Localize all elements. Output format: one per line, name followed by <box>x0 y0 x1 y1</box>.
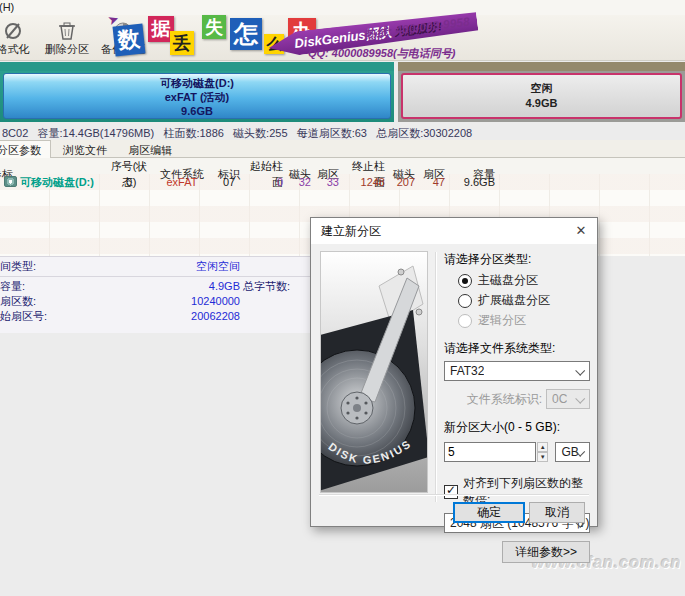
partition-size: 9.6GB <box>4 104 390 118</box>
radio-primary-partition[interactable]: 主磁盘分区 <box>458 273 590 288</box>
table-header-row: 卷标 序号(状态) 文件系统 标识 起始柱面 磁头 扇区 终止柱面 磁头 扇区 … <box>0 158 685 174</box>
trash-icon <box>40 18 94 42</box>
menu-bar[interactable]: 帮助(H) <box>0 0 685 15</box>
delete-partition-button[interactable]: 删除分区 <box>40 18 94 57</box>
ad-qq: QQ: 4000089958(与电话同号) <box>308 46 455 61</box>
disk-map-partition-container: 可移动磁盘(D:) exFAT (活动) 9.6GB <box>0 62 394 122</box>
space-type-value: 空闲空间 <box>140 257 240 275</box>
footer-separator <box>319 494 589 496</box>
menu-item-help[interactable]: 帮助(H) <box>0 0 14 15</box>
size-spinner[interactable]: ▲ ▼ <box>537 442 548 462</box>
radio-extended-partition[interactable]: 扩展磁盘分区 <box>458 293 590 308</box>
disk-photo: DISK GENIUS <box>320 251 428 493</box>
row-capacity: 9.6GB <box>449 174 499 190</box>
row-seq: 0 <box>105 174 153 190</box>
free-space-size: 4.9GB <box>403 96 680 111</box>
fs-type-label: 请选择文件系统类型: <box>444 340 590 357</box>
tab-bar: 分区参数 浏览文件 扇区编辑 <box>0 140 685 158</box>
delete-partition-label: 删除分区 <box>45 43 89 55</box>
start-sector-label: 起始扇区号: <box>0 309 47 324</box>
partition-name: 可移动磁盘(D:) <box>4 76 390 90</box>
row-end-head: 207 <box>389 174 419 190</box>
total-bytes-label: 总字节数: <box>243 279 290 294</box>
partition-fs: exFAT (活动) <box>4 90 390 104</box>
slogan-tile: 数 <box>113 24 146 57</box>
spin-down-icon[interactable]: ▼ <box>537 452 548 462</box>
radio-extended-label: 扩展磁盘分区 <box>478 292 550 309</box>
row-volume: 可移动磁盘(D:) <box>20 176 94 188</box>
capacity-value: 4.9GB <box>140 279 240 294</box>
sector-count-label: 总扇区数: <box>0 294 36 309</box>
spin-up-icon[interactable]: ▲ <box>537 442 548 452</box>
radio-logical-partition: 逻辑分区 <box>458 313 590 328</box>
ok-button[interactable]: 确定 <box>453 502 525 523</box>
row-start-head: 32 <box>287 174 315 190</box>
partition-block-d[interactable]: 可移动磁盘(D:) exFAT (活动) 9.6GB <box>3 73 391 119</box>
dialog-title: 建立新分区 <box>321 224 381 238</box>
fs-id-label: 文件系统标识: <box>467 391 542 408</box>
chevron-down-icon <box>575 394 585 404</box>
radio-button-icon[interactable] <box>458 294 472 308</box>
diskgenius-window: 帮助(H) 格式化 删除分区 备份分区 ➤ 数 据 丢 失 <box>0 0 685 596</box>
close-icon[interactable]: ✕ <box>565 218 597 244</box>
partition-type-label: 请选择分区类型: <box>444 251 590 268</box>
size-unit-combobox[interactable]: GB <box>555 442 590 462</box>
fs-type-value: FAT32 <box>450 364 484 378</box>
radio-button-icon[interactable] <box>458 274 472 288</box>
row-end-cyl: 1248 <box>343 174 389 190</box>
free-space-name: 空闲 <box>403 81 680 96</box>
slogan-tile: 失 <box>202 15 226 39</box>
format-button[interactable]: 格式化 <box>0 18 40 57</box>
disk-status-line: 8C02 容量:14.4GB(14796MB) 柱面数:1886 磁头数:255… <box>2 126 685 140</box>
cancel-button[interactable]: 取消 <box>529 502 585 523</box>
new-partition-dialog: 建立新分区 ✕ <box>310 217 598 527</box>
dialog-title-bar[interactable]: 建立新分区 ✕ <box>311 218 597 244</box>
detail-params-button[interactable]: 详细参数>> <box>502 541 590 563</box>
table-row[interactable]: 可移动磁盘(D:) 0 exFAT 07 0 32 33 1248 207 47… <box>0 174 685 190</box>
ad-hotline: 热线: 400-008-9958 <box>363 14 470 44</box>
slogan-tile: 怎 <box>230 18 262 50</box>
fs-type-combobox[interactable]: FAT32 <box>444 361 590 381</box>
dialog-separator <box>435 252 437 502</box>
size-input[interactable] <box>444 442 536 462</box>
radio-logical-label: 逻辑分区 <box>478 312 526 329</box>
chevron-down-icon <box>575 366 585 376</box>
row-end-sec: 47 <box>419 174 449 190</box>
row-fs: exFAT <box>153 174 211 190</box>
space-type-label: 空间类型: <box>0 257 36 275</box>
free-space-info-panel: 空间类型: 空闲空间 总容量: 4.9GB 总字节数: 总扇区数: 102400… <box>0 256 340 333</box>
toolbar: 格式化 删除分区 备份分区 ➤ 数 据 丢 失 怎 么 办 ! <box>0 15 685 61</box>
row-id: 07 <box>211 174 247 190</box>
tab-partition-params[interactable]: 分区参数 <box>0 140 51 160</box>
start-sector-value: 20062208 <box>140 309 240 324</box>
tab-sector-edit[interactable]: 扇区编辑 <box>119 141 181 159</box>
row-start-cyl: 0 <box>247 174 287 190</box>
format-label: 格式化 <box>0 43 30 55</box>
capacity-label: 总容量: <box>0 279 25 294</box>
ad-service-banner: DiskGenius团队为您服务! 热线: 400-008-9958 QQ: 4… <box>268 14 508 62</box>
dialog-footer: 确定 取消 <box>311 501 597 525</box>
format-icon <box>0 18 40 42</box>
removable-disk-icon <box>4 176 17 187</box>
radio-primary-label: 主磁盘分区 <box>478 272 538 289</box>
slogan-tile: 丢 <box>170 31 194 55</box>
sector-count-value: 10240000 <box>140 294 240 309</box>
radio-button-icon <box>458 314 472 328</box>
new-size-label: 新分区大小(0 - 5 GB): <box>444 419 590 436</box>
checkbox-icon[interactable] <box>444 485 458 499</box>
free-space-block[interactable]: 空闲 4.9GB <box>401 73 682 119</box>
fs-id-value: 0C <box>552 392 567 406</box>
disk-map-free-container: 空闲 4.9GB <box>398 62 685 122</box>
tab-browse-files[interactable]: 浏览文件 <box>54 141 116 159</box>
row-start-sec: 33 <box>315 174 343 190</box>
fs-id-combobox: 0C <box>546 389 590 409</box>
